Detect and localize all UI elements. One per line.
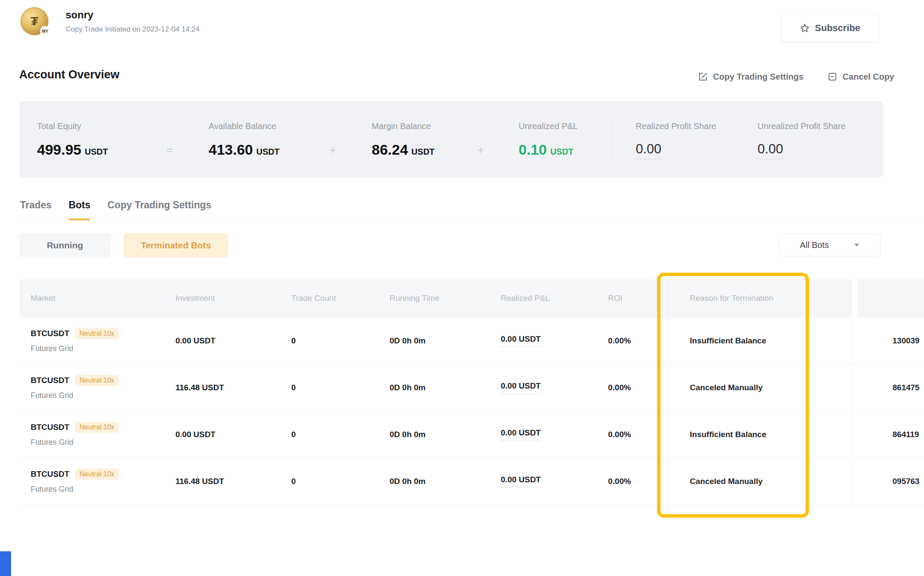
stat-available-balance: Available Balance 413.60USDT: [209, 121, 279, 158]
all-bots-dropdown[interactable]: All Bots: [779, 233, 881, 256]
table-row[interactable]: BTCUSDT Neutral 10x Futures Grid 0.00 US…: [19, 411, 924, 458]
terminated-bots-filter-button[interactable]: Terminated Bots: [123, 233, 228, 257]
column-header-running-time: Running Time: [390, 294, 501, 303]
table-header-row: Market Investment Trade Count Running Ti…: [19, 279, 924, 317]
stat-unit: USDT: [411, 147, 434, 156]
market-cell: BTCUSDT Neutral 10x Futures Grid: [19, 375, 175, 400]
trader-avatar: ₮ MY: [20, 7, 49, 35]
copy-trading-settings-label: Copy Trading Settings: [713, 72, 803, 82]
bottom-left-artifact: [0, 551, 11, 576]
stat-label: Realized Profit Share: [636, 121, 716, 131]
market-cell: BTCUSDT Neutral 10x Futures Grid: [19, 422, 175, 447]
table-row[interactable]: BTCUSDT Neutral 10x Futures Grid 116.48 …: [19, 364, 924, 411]
column-header-realized-pnl: Realized P&L: [501, 294, 608, 303]
terminated-bots-table: Market Investment Trade Count Running Ti…: [19, 279, 924, 505]
subscribe-button[interactable]: Subscribe: [781, 14, 878, 42]
bot-type: Futures Grid: [31, 485, 175, 494]
stat-label: Unrealized Profit Share: [758, 121, 846, 131]
realized-pnl-cell: 0.00 USDT: [501, 334, 608, 347]
termination-reason-cell: Insufficient Balance: [690, 430, 852, 439]
plus-separator: +: [330, 144, 336, 157]
running-time-cell: 0D 0h 0m: [390, 336, 501, 346]
account-overview-title: Account Overview: [19, 68, 120, 81]
tab-bots[interactable]: Bots: [69, 197, 90, 220]
star-outline-icon: [800, 23, 810, 33]
stat-label: Margin Balance: [372, 121, 435, 131]
realized-pnl-cell: 0.00 USDT: [501, 428, 608, 441]
tab-copy-trading-settings[interactable]: Copy Trading Settings: [107, 197, 211, 220]
column-header-roi: ROI: [608, 294, 690, 303]
stat-margin-balance: Margin Balance 86.24USDT: [372, 121, 435, 158]
stat-label: Available Balance: [209, 121, 279, 131]
stat-value: 86.24: [372, 141, 408, 158]
stat-unrealized-pnl: Unrealized P&L 0.10USDT: [519, 121, 578, 158]
section-actions: Copy Trading Settings Cancel Copy: [698, 72, 894, 82]
realized-pnl-cell: 0.00 USDT: [501, 381, 608, 394]
stat-unrealized-profit-share: Unrealized Profit Share 0.00: [758, 121, 846, 157]
tab-trades[interactable]: Trades: [20, 197, 52, 220]
roi-cell: 0.00%: [608, 336, 690, 346]
market-cell: BTCUSDT Neutral 10x Futures Grid: [19, 328, 175, 353]
stat-total-equity: Total Equity 499.95USDT: [37, 121, 108, 158]
stat-value: 0.10: [519, 141, 547, 158]
column-header-reason: Reason for Termination: [690, 294, 852, 303]
all-bots-dropdown-value: All Bots: [800, 240, 829, 250]
stat-unit: USDT: [550, 147, 573, 156]
stat-label: Total Equity: [37, 121, 108, 131]
investment-cell: 0.00 USDT: [175, 336, 291, 346]
realized-pnl-value: 0.00 USDT: [501, 428, 541, 441]
running-filter-button[interactable]: Running: [19, 233, 111, 257]
avatar-country-badge: MY: [40, 26, 50, 36]
running-time-cell: 0D 0h 0m: [390, 383, 501, 392]
column-header-investment: Investment: [175, 294, 291, 303]
roi-cell: 0.00%: [608, 430, 690, 439]
tether-coin-icon: ₮: [31, 14, 38, 29]
roi-cell: 0.00%: [608, 383, 690, 392]
account-overview-panel: Total Equity 499.95USDT = Available Bala…: [19, 101, 884, 178]
copy-trade-initiated-text: Copy Trade Initiated on 2023-12-04 14:24: [66, 25, 200, 34]
bot-id-cell: 861475: [852, 364, 924, 411]
realized-pnl-cell: 0.00 USDT: [501, 475, 608, 487]
minus-square-icon: [827, 72, 838, 82]
table-row[interactable]: BTCUSDT Neutral 10x Futures Grid 116.48 …: [19, 458, 924, 505]
market-symbol: BTCUSDT: [31, 423, 69, 432]
plus-separator: +: [477, 144, 484, 157]
edit-square-icon: [698, 72, 708, 82]
investment-cell: 116.48 USDT: [175, 477, 291, 486]
bot-type: Futures Grid: [31, 438, 175, 447]
market-cell: BTCUSDT Neutral 10x Futures Grid: [19, 469, 175, 494]
leverage-badge: Neutral 10x: [75, 469, 119, 480]
stat-value: 413.60: [209, 141, 253, 158]
leverage-badge: Neutral 10x: [75, 375, 119, 386]
cancel-copy-label: Cancel Copy: [843, 72, 894, 82]
running-time-cell: 0D 0h 0m: [390, 430, 501, 439]
investment-cell: 116.48 USDT: [175, 383, 291, 392]
copy-trading-settings-button[interactable]: Copy Trading Settings: [698, 72, 803, 82]
leverage-badge: Neutral 10x: [75, 422, 119, 433]
cancel-copy-button[interactable]: Cancel Copy: [827, 72, 894, 82]
trade-count-cell: 0: [291, 336, 390, 346]
realized-pnl-value: 0.00 USDT: [501, 475, 541, 487]
trader-meta: sonry Copy Trade Initiated on 2023-12-04…: [66, 9, 200, 34]
tab-bar: Trades Bots Copy Trading Settings: [19, 197, 922, 221]
bot-id-cell: 130039: [852, 317, 924, 364]
table-body: BTCUSDT Neutral 10x Futures Grid 0.00 US…: [19, 317, 924, 505]
stat-value: 499.95: [37, 141, 81, 158]
bot-id-cell: 095763: [852, 458, 924, 504]
stat-label: Unrealized P&L: [519, 121, 578, 131]
caret-down-icon: [854, 244, 859, 247]
realized-pnl-value: 0.00 USDT: [501, 381, 541, 394]
panel-divider: [613, 118, 613, 162]
investment-cell: 0.00 USDT: [175, 430, 291, 439]
copy-trading-page: ₮ MY sonry Copy Trade Initiated on 2023-…: [0, 0, 924, 576]
subscribe-label: Subscribe: [815, 23, 860, 34]
bot-id-cell: 864119: [852, 411, 924, 458]
table-row[interactable]: BTCUSDT Neutral 10x Futures Grid 0.00 US…: [19, 317, 924, 364]
roi-cell: 0.00%: [608, 477, 690, 486]
trader-header: ₮ MY sonry Copy Trade Initiated on 2023-…: [20, 7, 200, 35]
stat-realized-profit-share: Realized Profit Share 0.00: [636, 121, 716, 157]
stat-value: 0.00: [758, 141, 783, 159]
realized-pnl-value: 0.00 USDT: [501, 334, 541, 347]
trade-count-cell: 0: [291, 477, 390, 486]
trader-name: sonry: [66, 9, 200, 21]
